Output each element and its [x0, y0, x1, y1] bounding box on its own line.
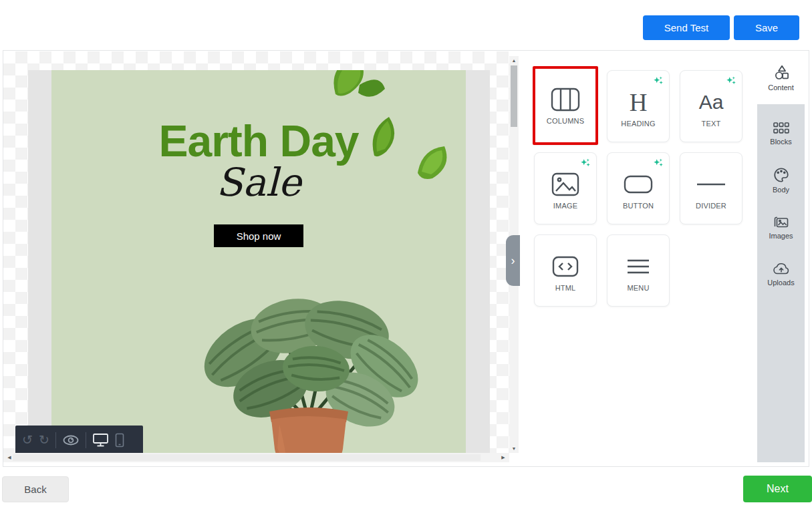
ai-sparkle-icon: [579, 158, 591, 170]
mobile-view-icon[interactable]: [115, 433, 124, 448]
top-bar: Send Test Save: [3, 3, 809, 51]
bottom-bar: Back Next: [0, 468, 812, 505]
send-test-button[interactable]: Send Test: [643, 15, 730, 40]
content-icon: [773, 64, 790, 81]
ai-sparkle-icon: [652, 158, 664, 170]
scroll-down-icon[interactable]: ▼: [509, 446, 519, 451]
chevron-right-icon: ›: [511, 254, 515, 268]
rail-item-body[interactable]: Body: [757, 160, 805, 199]
scroll-right-icon[interactable]: ▶: [499, 455, 508, 460]
uploads-icon: [772, 261, 791, 277]
back-button[interactable]: Back: [2, 476, 69, 502]
text-icon: Aa: [699, 88, 724, 116]
divider-icon: [696, 170, 726, 198]
button-icon: [624, 170, 653, 198]
save-button[interactable]: Save: [734, 15, 799, 40]
right-nav-rail: Content Blocks: [757, 51, 805, 462]
rail-item-uploads[interactable]: Uploads: [757, 254, 805, 293]
block-tile-html[interactable]: HTML: [534, 234, 597, 307]
rail-item-blocks[interactable]: Blocks: [757, 114, 805, 152]
undo-icon[interactable]: ↺: [22, 434, 33, 446]
potted-plant-image: [192, 287, 426, 453]
redo-icon[interactable]: ↻: [39, 434, 49, 446]
leaf-decoration-icon: [415, 144, 452, 184]
email-document[interactable]: Earth Day Sale Shop now: [28, 70, 490, 453]
columns-icon: [551, 86, 580, 114]
shop-now-button[interactable]: Shop now: [214, 224, 303, 247]
vertical-scroll-thumb[interactable]: [511, 65, 517, 127]
toolbar-divider: [86, 432, 86, 448]
email-builder-app: Send Test Save Earth Day Sale Shop now: [0, 0, 812, 505]
menu-icon: [625, 252, 652, 281]
email-subheading-text[interactable]: Sale: [51, 162, 466, 204]
block-tile-image[interactable]: IMAGE: [534, 152, 597, 224]
block-tile-button[interactable]: BUTTON: [607, 152, 670, 224]
leaf-decoration-icon: [369, 116, 401, 158]
toolbar-divider: [55, 432, 56, 448]
body-icon: [773, 166, 790, 184]
ai-sparkle-icon: [652, 75, 664, 88]
ai-sparkle-icon: [725, 75, 737, 88]
block-tile-text[interactable]: Aa TEXT: [680, 70, 742, 142]
canvas-toolbar: ↺ ↻: [15, 426, 143, 453]
rail-item-content[interactable]: Content: [757, 51, 805, 104]
content-blocks-panel: COLUMNS H HEADING: [519, 51, 757, 462]
images-icon: [773, 214, 790, 230]
image-icon: [551, 170, 579, 198]
horizontal-scrollbar[interactable]: ◀ ▶: [3, 453, 509, 462]
horizontal-scroll-thumb[interactable]: [13, 454, 481, 461]
email-body-block[interactable]: Earth Day Sale Shop now: [51, 70, 466, 453]
panel-collapse-tab[interactable]: ›: [506, 235, 520, 286]
block-tile-columns[interactable]: COLUMNS: [533, 66, 598, 145]
rail-item-images[interactable]: Images: [757, 207, 805, 246]
html-icon: [552, 252, 579, 281]
desktop-view-icon[interactable]: [92, 433, 109, 448]
block-tile-menu[interactable]: MENU: [607, 234, 670, 307]
scroll-up-icon[interactable]: ▲: [509, 58, 519, 63]
email-canvas[interactable]: Earth Day Sale Shop now: [3, 51, 509, 453]
next-button[interactable]: Next: [743, 476, 812, 502]
blocks-icon: [773, 121, 790, 136]
leaf-decoration-icon: [315, 70, 389, 112]
block-tile-heading[interactable]: H HEADING: [607, 70, 670, 142]
email-heading-text[interactable]: Earth Day: [51, 118, 466, 164]
block-tile-divider[interactable]: DIVIDER: [680, 152, 742, 224]
heading-icon: H: [630, 88, 648, 116]
preview-eye-icon[interactable]: [62, 434, 80, 447]
